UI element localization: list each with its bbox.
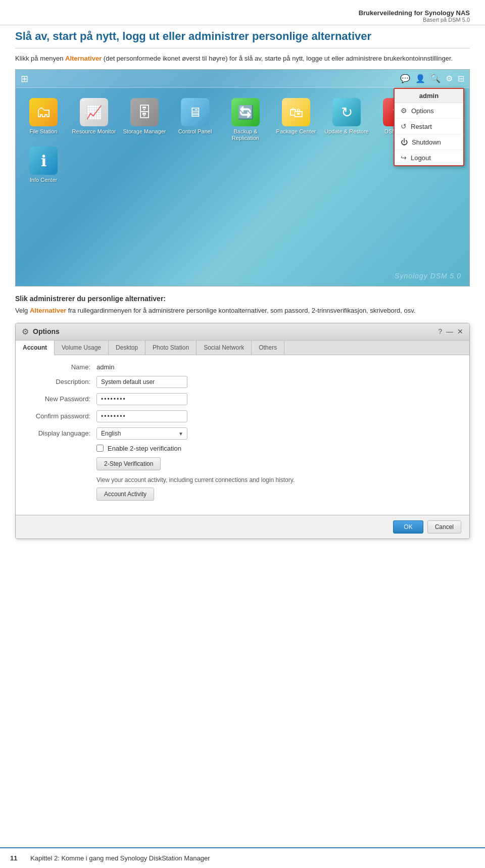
cancel-button[interactable]: Cancel [427,520,461,534]
two-step-verification-button[interactable]: 2-Step Verification [96,457,161,470]
desktop-icon-resource-monitor[interactable]: 📈 Resource Monitor [71,98,117,141]
logout-label: Logout [411,154,431,162]
enable-2step-checkbox[interactable] [96,445,104,452]
confirm-password-input[interactable] [96,410,187,422]
dialog-title: Options [33,327,60,335]
dsm-screenshot: ⊞ 💬 👤 🔍 ⚙ ⊟ 🗂 File Station 📈 [15,69,470,286]
desktop-icon-storage-manager[interactable]: 🗄 Storage Manager [122,98,167,141]
body-highlight: Alternativer [30,307,66,314]
doc-subtitle: Basert på DSM 5.0 [15,17,470,23]
layout-icon[interactable]: ⊟ [458,74,464,83]
dsm-taskbar: ⊞ 💬 👤 🔍 ⚙ ⊟ [16,70,469,88]
file-station-label: File Station [21,128,66,135]
title-divider [15,48,470,49]
form-row-name: Name: admin [26,363,459,371]
display-language-select-wrapper: English Norsk Deutsch Français 日本語 ▼ [96,427,187,440]
account-activity-description: View your account activity, including cu… [96,476,309,484]
info-center-icon: ℹ [29,147,58,175]
dialog-minimize-button[interactable]: — [446,327,453,335]
tab-volume-usage[interactable]: Volume Usage [55,341,109,355]
desktop-icon-backup-replication[interactable]: 🔄 Backup & Replication [223,98,268,141]
section-heading: Slik administrerer du personlige alterna… [15,295,470,303]
intro-highlight: Alternativer [65,55,102,62]
intro-text-after: (det personformede ikonet øverst til høy… [102,55,453,62]
admin-dropdown-menu: admin ⚙ Options ↺ Restart ⏻ Shutdown ↪ L… [394,88,464,166]
new-password-input[interactable] [96,393,187,405]
storage-manager-icon: 🗄 [130,98,159,126]
info-center-label: Info Center [21,177,66,183]
desktop-icon-file-station[interactable]: 🗂 File Station [21,98,66,141]
shutdown-label: Shutdown [412,138,441,146]
taskbar-right: 💬 👤 🔍 ⚙ ⊟ [400,74,464,83]
confirm-password-label: Confirm password: [26,412,96,420]
main-content: Slå av, start på nytt, logg ut eller adm… [0,29,485,539]
body-text-after: fra rullegardinmenyen for å administrere… [66,307,415,314]
desktop-icon-package-center[interactable]: 🛍 Package Center [273,98,319,141]
file-station-icon: 🗂 [29,98,58,126]
user-icon[interactable]: 👤 [415,74,425,83]
restart-icon: ↺ [401,122,407,130]
display-language-select[interactable]: English Norsk Deutsch Français 日本語 [96,427,187,440]
desktop-icon-info-center[interactable]: ℹ Info Center [21,147,66,183]
ok-button[interactable]: OK [393,520,423,534]
tab-others[interactable]: Others [252,341,284,355]
display-language-label: Display language: [26,429,96,437]
desktop-icon-update-restore[interactable]: ↻ Update & Restore [324,98,369,141]
body-text-before: Velg [15,307,30,314]
options-icon: ⚙ [401,107,407,115]
menu-item-shutdown[interactable]: ⏻ Shutdown [395,134,463,150]
dialog-titlebar-icon: ⚙ [22,327,29,336]
tab-social-network[interactable]: Social Network [197,341,252,355]
description-label: Description: [26,378,96,385]
control-panel-label: Control Panel [172,128,218,135]
admin-dropdown-header: admin [395,89,463,103]
dialog-footer: OK Cancel [16,515,469,539]
chat-icon[interactable]: 💬 [400,74,410,83]
dsm-logo: Synology DSM 5.0 [395,272,461,280]
btn-row-account-activity: Account Activity [96,488,459,501]
menu-item-options[interactable]: ⚙ Options [395,103,463,119]
intro-text-before: Klikk på menyen [15,55,65,62]
control-panel-icon: 🖥 [181,98,209,126]
dialog-help-button[interactable]: ? [438,327,442,335]
tab-desktop[interactable]: Desktop [109,341,146,355]
package-center-icon: 🛍 [282,98,310,126]
dialog-titlebar: ⚙ Options ? — ✕ [16,323,469,341]
enable-2step-label: Enable 2-step verification [108,445,181,452]
account-activity-button[interactable]: Account Activity [96,488,154,501]
restart-label: Restart [411,123,432,130]
desktop-icon-control-panel[interactable]: 🖥 Control Panel [172,98,218,141]
dialog-close-button[interactable]: ✕ [457,327,463,335]
backup-replication-label: Backup & Replication [223,128,268,141]
tab-account[interactable]: Account [16,341,55,355]
page-number: 11 [10,854,20,862]
body-paragraph: Velg Alternativer fra rullegardinmenyen … [15,306,470,316]
form-row-display-language: Display language: English Norsk Deutsch … [26,427,459,440]
doc-title: Brukerveiledning for Synology NAS [15,9,470,17]
package-center-label: Package Center [273,128,319,135]
main-title: Slå av, start på nytt, logg ut eller adm… [15,29,470,44]
storage-manager-label: Storage Manager [122,128,167,135]
dialog-tabs: Account Volume Usage Desktop Photo Stati… [16,341,469,355]
resource-monitor-label: Resource Monitor [71,128,117,135]
logout-icon: ↪ [401,154,407,162]
new-password-label: New Password: [26,395,96,403]
name-value: admin [96,363,114,371]
intro-paragraph: Klikk på menyen Alternativer (det person… [15,54,470,64]
taskbar-grid-icon[interactable]: ⊞ [21,73,28,84]
form-row-confirm-password: Confirm password: [26,410,459,422]
menu-item-logout[interactable]: ↪ Logout [395,150,463,165]
update-restore-label: Update & Restore [324,128,369,135]
settings-icon[interactable]: ⚙ [446,74,453,83]
search-icon[interactable]: 🔍 [430,74,441,83]
checkbox-row-2step: Enable 2-step verification [96,445,459,452]
options-label: Options [411,107,434,115]
tab-photo-station[interactable]: Photo Station [146,341,197,355]
footer-text: Kapittel 2: Komme i gang med Synology Di… [30,854,210,862]
btn-row-2step: 2-Step Verification [96,457,459,470]
options-dialog: ⚙ Options ? — ✕ Account Volume Usage Des… [15,323,470,539]
page-footer: 11 Kapittel 2: Komme i gang med Synology… [0,847,485,868]
description-input[interactable] [96,376,187,388]
menu-item-restart[interactable]: ↺ Restart [395,119,463,134]
dialog-titlebar-controls: ? — ✕ [438,327,463,335]
